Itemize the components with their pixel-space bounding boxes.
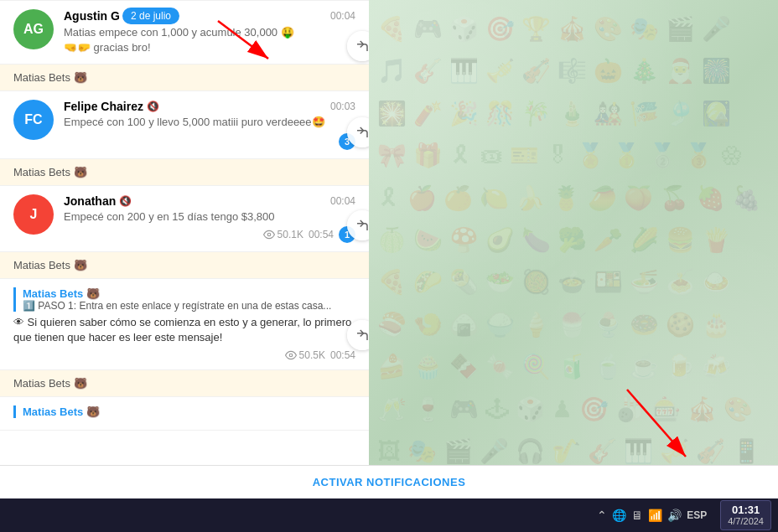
avatar-felipe: FC xyxy=(13,100,54,140)
clock-date: 4/7/2024 xyxy=(728,516,764,527)
notification-text[interactable]: ACTIVAR NOTIFICACIONES xyxy=(313,476,466,488)
message-preview-felipe: Empecé con 100 y llevo 5,000 matiii puro… xyxy=(64,116,355,130)
taskbar-network-icon: 🌐 xyxy=(612,509,626,522)
message-preview-reply1: 👁 Si quieren saber cómo se comienza en e… xyxy=(13,315,355,345)
message-content-agustin: Agustin G 🔇 00:04 Matias empece con 1,00… xyxy=(64,9,355,55)
section-header-1: Matias Bets 🐻 xyxy=(0,65,369,91)
avatar-jonathan: J xyxy=(13,194,54,235)
avatar-agustin: AG xyxy=(13,9,54,49)
quote-sender-1: Matias Bets 🐻 xyxy=(23,287,355,300)
message-footer-reply1: 50.5K 00:54 xyxy=(13,349,355,361)
message-content-reply2: Matias Bets 🐻 xyxy=(13,405,355,421)
message-block-4: Matias Bets 🐻 1️⃣ PASO 1: Entra en este … xyxy=(0,279,369,369)
message-content-reply1: Matias Bets 🐻 1️⃣ PASO 1: Entra en este … xyxy=(13,287,355,360)
taskbar-sound-icon: 🔊 xyxy=(667,509,682,522)
message-block-1: AG Agustin G 🔇 00:04 Matias empece con 1… xyxy=(0,0,369,65)
background-pattern: 🍕🎮🎲🎯🏆🎪🎨🎭🎬🎤🎵🎸🎹🎺🎻🎼🎃🎄🎅🎆🎇🧨🎉🎊🎋🎍🎎🎏🎐🎑🎀🎁🎗🎟🎫🎖🏅🥇🥈🥉… xyxy=(369,0,778,498)
message-preview-agustin: Matias empece con 1,000 y acumule 30,000… xyxy=(64,25,355,55)
quote-sender-2: Matias Bets 🐻 xyxy=(23,405,355,418)
message-footer-jonathan: 50.1K 00:54 1 xyxy=(64,226,355,243)
message-item-felipe[interactable]: FC Felipe Chairez 🔇 00:03 Empecé con 100… xyxy=(0,91,369,158)
duration-jonathan: 00:54 xyxy=(309,229,334,240)
message-preview-jonathan: Empecé con 200 y en 15 días tengo $3,800 xyxy=(64,210,355,223)
timestamp-jonathan: 00:04 xyxy=(330,195,355,207)
message-item-reply1[interactable]: Matias Bets 🐻 1️⃣ PASO 1: Entra en este … xyxy=(0,279,369,369)
message-content-jonathan: Jonathan 🔇 00:04 Empecé con 200 y en 15 … xyxy=(64,194,355,243)
message-item-agustin[interactable]: AG Agustin G 🔇 00:04 Matias empece con 1… xyxy=(0,1,369,64)
message-block-5: Matias Bets 🐻 xyxy=(0,397,369,431)
section-header-4: Matias Bets 🐻 xyxy=(0,370,369,397)
chat-list: AG Agustin G 🔇 00:04 Matias empece con 1… xyxy=(0,0,369,498)
date-badge: 2 de julio xyxy=(122,8,179,24)
taskbar-language-label: ESP xyxy=(687,509,707,521)
quote-bar-1: Matias Bets 🐻 1️⃣ PASO 1: Entra en este … xyxy=(13,287,355,312)
message-block-3: J Jonathan 🔇 00:04 Empecé con 200 y en 1… xyxy=(0,186,369,252)
message-item-jonathan[interactable]: J Jonathan 🔇 00:04 Empecé con 200 y en 1… xyxy=(0,186,369,251)
message-header-agustin: Agustin G 🔇 00:04 xyxy=(64,9,355,23)
timestamp-felipe: 00:03 xyxy=(330,101,355,112)
message-content-felipe: Felipe Chairez 🔇 00:03 Empecé con 100 y … xyxy=(64,100,355,150)
taskbar-wifi-icon: 📶 xyxy=(648,509,662,522)
timestamp-agustin: 00:04 xyxy=(330,10,355,22)
views-reply1: 50.5K xyxy=(285,349,325,361)
message-block-2: FC Felipe Chairez 🔇 00:03 Empecé con 100… xyxy=(0,91,369,159)
sender-name-jonathan: Jonathan 🔇 xyxy=(64,194,132,208)
message-item-reply2[interactable]: Matias Bets 🐻 xyxy=(0,397,369,430)
svg-point-1 xyxy=(289,354,293,357)
quote-bar-2: Matias Bets 🐻 xyxy=(13,405,355,418)
chat-background: 🍕🎮🎲🎯🏆🎪🎨🎭🎬🎤🎵🎸🎹🎺🎻🎼🎃🎄🎅🎆🎇🧨🎉🎊🎋🎍🎎🎏🎐🎑🎀🎁🎗🎟🎫🎖🏅🥇🥈🥉… xyxy=(369,0,778,498)
quote-content-1: 1️⃣ PASO 1: Entra en este enlace y regís… xyxy=(23,300,355,312)
taskbar: ⌃ 🌐 🖥 📶 🔊 ESP 01:31 4/7/2024 xyxy=(0,498,778,532)
sender-name-felipe: Felipe Chairez 🔇 xyxy=(64,100,159,113)
section-header-3: Matias Bets 🐻 xyxy=(0,252,369,279)
message-header-felipe: Felipe Chairez 🔇 00:03 xyxy=(64,100,355,113)
duration-reply1: 00:54 xyxy=(330,349,355,361)
views-jonathan: 50.1K xyxy=(263,229,303,240)
muted-icon-jonathan: 🔇 xyxy=(119,195,132,207)
muted-icon-felipe: 🔇 xyxy=(147,101,159,112)
svg-point-0 xyxy=(267,234,271,237)
taskbar-up-arrow-icon: ⌃ xyxy=(597,509,607,522)
message-footer-felipe: 3 xyxy=(64,133,355,150)
notification-bar[interactable]: ACTIVAR NOTIFICACIONES xyxy=(0,465,778,498)
section-header-2: Matias Bets 🐻 xyxy=(0,159,369,186)
clock-time: 01:31 xyxy=(728,504,764,517)
taskbar-clock[interactable]: 01:31 4/7/2024 xyxy=(720,500,771,531)
forward-btn-4[interactable] xyxy=(347,320,369,350)
taskbar-monitor-icon: 🖥 xyxy=(631,509,643,522)
message-header-jonathan: Jonathan 🔇 00:04 xyxy=(64,194,355,208)
taskbar-icons: ⌃ 🌐 🖥 📶 🔊 ESP xyxy=(597,509,707,522)
